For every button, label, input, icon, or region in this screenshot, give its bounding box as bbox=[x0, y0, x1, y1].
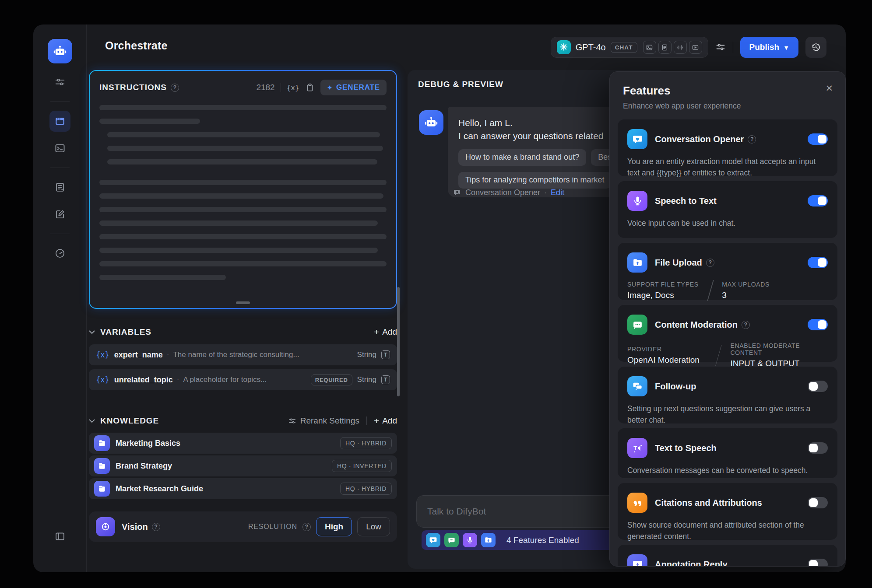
feature-toggle[interactable] bbox=[808, 319, 828, 330]
sliders-icon bbox=[54, 77, 66, 88]
sliders-icon bbox=[288, 417, 296, 425]
generate-button[interactable]: ✦ GENERATE bbox=[320, 80, 387, 95]
feature-title: File Upload bbox=[655, 258, 702, 268]
suggested-question-chip[interactable]: Tips for analyzing competitors in market bbox=[458, 172, 611, 189]
feature-toggle[interactable] bbox=[808, 497, 828, 508]
help-icon[interactable]: ? bbox=[302, 523, 311, 531]
resize-handle[interactable] bbox=[236, 301, 250, 304]
vision-title: Vision bbox=[122, 522, 148, 532]
sidebar-item-terminal[interactable] bbox=[49, 138, 70, 159]
panel-collapse-icon bbox=[54, 531, 66, 542]
feature-description: Conversation messages can be converted t… bbox=[627, 465, 828, 476]
add-variable-button[interactable]: +Add bbox=[374, 327, 397, 337]
variable-type: String bbox=[357, 375, 376, 384]
knowledge-row[interactable]: Market Research Guide HQ · HYBRID bbox=[89, 478, 397, 499]
feature-card-annotation-reply: Annotation Reply bbox=[618, 545, 837, 567]
video-capability-icon bbox=[689, 41, 702, 54]
knowledge-badge: HQ · INVERTED bbox=[332, 460, 392, 472]
citations-icon bbox=[627, 493, 647, 513]
conversation-opener-icon bbox=[453, 189, 461, 197]
text-input-type-icon[interactable]: T bbox=[381, 375, 390, 384]
conversation-opener-icon bbox=[627, 129, 647, 149]
sidebar-item-annotations[interactable] bbox=[49, 204, 70, 225]
opener-label: Conversation Opener bbox=[465, 188, 540, 197]
plus-icon: + bbox=[374, 416, 379, 426]
history-icon bbox=[811, 42, 821, 52]
feature-settings: SUPPORT FILE TYPES Image, Docs MAX UPLOA… bbox=[627, 280, 828, 301]
feature-card-citations: Citations and Attributions Show source d… bbox=[618, 483, 837, 540]
feature-toggle[interactable] bbox=[808, 195, 828, 206]
publish-button[interactable]: Publish ▼ bbox=[740, 37, 798, 58]
feature-toggle[interactable] bbox=[808, 442, 828, 454]
chevron-down-icon[interactable] bbox=[89, 419, 95, 423]
feature-toggle[interactable] bbox=[808, 257, 828, 268]
variable-description: A placeholder for topics... bbox=[183, 375, 267, 384]
resolution-high-button[interactable]: High bbox=[316, 517, 352, 536]
features-enabled-count: 4 Features Enabled bbox=[506, 536, 579, 545]
character-count: 2182 bbox=[256, 83, 274, 92]
sparkles-icon: ✦ bbox=[327, 84, 333, 92]
feature-title: Speech to Text bbox=[655, 196, 717, 206]
help-icon[interactable]: ? bbox=[742, 321, 750, 329]
slash-divider bbox=[715, 345, 722, 366]
feature-toggle[interactable] bbox=[808, 381, 828, 392]
help-icon[interactable]: ? bbox=[152, 523, 160, 531]
resolution-low-button[interactable]: Low bbox=[357, 517, 390, 536]
variable-row[interactable]: {x} expert_name · The name of the strate… bbox=[89, 344, 397, 365]
edit-opener-link[interactable]: Edit bbox=[551, 188, 564, 197]
model-parameters-button[interactable] bbox=[715, 42, 726, 52]
feature-toggle[interactable] bbox=[808, 559, 828, 567]
help-icon[interactable]: ? bbox=[706, 259, 714, 267]
variable-type: String bbox=[357, 350, 376, 359]
add-knowledge-button[interactable]: +Add bbox=[374, 416, 397, 426]
openai-logo-icon: ✳ bbox=[557, 40, 571, 54]
feature-card-content-moderation: Content Moderation ? PROVIDER OpenAI Mod… bbox=[618, 305, 837, 362]
content-moderation-icon bbox=[627, 315, 647, 335]
help-icon[interactable]: ? bbox=[748, 135, 756, 144]
help-icon[interactable]: ? bbox=[171, 84, 179, 92]
plus-icon: + bbox=[374, 327, 379, 337]
model-mode-badge: CHAT bbox=[611, 42, 637, 53]
rerank-settings-button[interactable]: Rerank Settings bbox=[288, 416, 359, 426]
sidebar-divider bbox=[50, 234, 70, 234]
variable-row[interactable]: {x} unrelated_topic · A placeholder for … bbox=[89, 369, 397, 390]
sidebar-item-settings[interactable] bbox=[49, 72, 70, 93]
knowledge-name: Market Research Guide bbox=[116, 484, 203, 494]
variable-icon: {x} bbox=[96, 350, 109, 359]
feature-toggle[interactable] bbox=[808, 133, 828, 145]
insert-variable-button[interactable]: {x} bbox=[287, 84, 299, 92]
chevron-down-icon[interactable] bbox=[89, 330, 95, 334]
model-selector[interactable]: ✳ GPT-4o CHAT bbox=[551, 37, 708, 58]
image-capability-icon bbox=[643, 41, 656, 54]
topbar: Orchestrate ✳ GPT-4o CHAT Publish ▼ bbox=[87, 24, 846, 70]
divider bbox=[366, 416, 367, 425]
modality-badges bbox=[643, 41, 702, 54]
audio-capability-icon bbox=[674, 41, 687, 54]
variable-icon: {x} bbox=[96, 375, 109, 384]
config-column: INSTRUCTIONS ? 2182 {x} ✦ GENERATE bbox=[89, 70, 397, 542]
collapse-sidebar-button[interactable] bbox=[49, 526, 70, 547]
feature-description: Setting up next questions suggestion can… bbox=[627, 403, 828, 426]
knowledge-row[interactable]: Brand Strategy HQ · INVERTED bbox=[89, 455, 397, 476]
sidebar-item-logs[interactable] bbox=[49, 177, 70, 198]
text-input-type-icon[interactable]: T bbox=[381, 350, 390, 359]
features-title: Features bbox=[623, 84, 832, 98]
knowledge-row[interactable]: Marketing Basics HQ · HYBRID bbox=[89, 433, 397, 454]
sidebar-item-orchestrate[interactable] bbox=[49, 111, 70, 132]
variables-title: VARIABLES bbox=[100, 327, 151, 337]
feature-settings: PROVIDER OpenAI Moderation ENABLED MODER… bbox=[627, 342, 828, 368]
gauge-icon bbox=[54, 248, 66, 259]
sidebar-item-monitoring[interactable] bbox=[49, 243, 70, 264]
vision-card: Vision ? RESOLUTION ? High Low bbox=[89, 511, 397, 542]
variable-name: unrelated_topic bbox=[114, 375, 173, 385]
instructions-title: INSTRUCTIONS bbox=[99, 83, 167, 92]
feature-card-conversation-opener: Conversation Opener ? You are an entity … bbox=[618, 119, 837, 176]
features-subtitle: Enhance web app user experience bbox=[623, 102, 832, 111]
history-button[interactable] bbox=[805, 37, 826, 58]
sidebar-divider bbox=[50, 102, 70, 102]
debug-preview-title: DEBUG & PREVIEW bbox=[418, 80, 503, 89]
suggested-question-chip[interactable]: How to make a brand stand out? bbox=[458, 149, 586, 166]
scrollbar-thumb[interactable] bbox=[397, 287, 400, 396]
copy-icon[interactable] bbox=[305, 83, 315, 92]
close-icon[interactable]: ✕ bbox=[825, 83, 833, 94]
